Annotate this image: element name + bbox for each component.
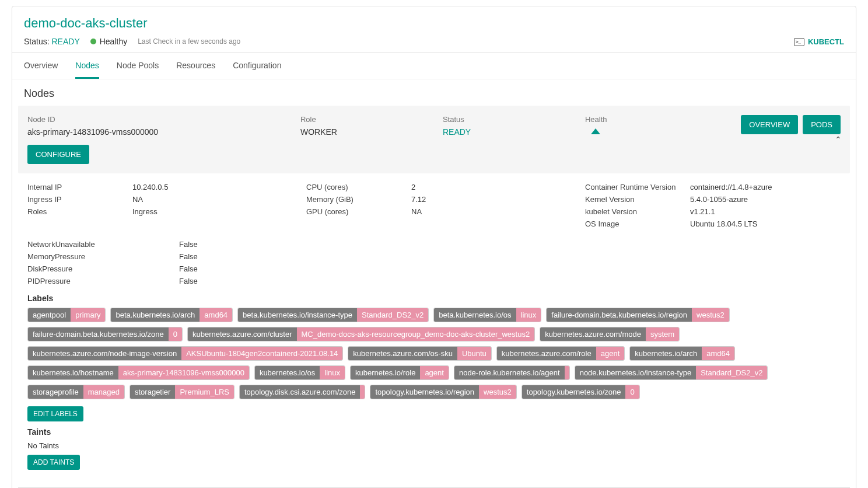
configure-button[interactable]: CONFIGURE — [27, 145, 89, 164]
label-key: storagetier — [130, 385, 175, 399]
label-value — [360, 385, 365, 399]
label-value: westus2 — [692, 308, 729, 322]
label-chip: kubernetes.io/hostnameaks-primary-148310… — [27, 365, 250, 380]
label-key: topology.kubernetes.io/region — [370, 385, 479, 399]
label-value: Ubuntu — [457, 347, 491, 360]
tab-node-pools[interactable]: Node Pools — [117, 53, 159, 79]
condition-row: NetworkUnavailableFalse — [27, 240, 841, 249]
label-chip: failure-domain.beta.kubernetes.io/zone0 — [27, 327, 183, 341]
label-key: kubernetes.io/hostname — [28, 366, 118, 379]
node-health-label: Health — [585, 115, 607, 124]
label-key: node.kubernetes.io/instance-type — [575, 366, 696, 379]
label-value: Standard_DS2_v2 — [357, 308, 428, 322]
detail-key: Container Runtime Version — [585, 183, 690, 191]
label-value: system — [646, 327, 679, 341]
section-title: Nodes — [12, 79, 856, 106]
label-key: kubernetes.azure.com/role — [497, 347, 596, 360]
detail-value: 5.4.0-1055-azure — [690, 195, 748, 204]
label-key: beta.kubernetes.io/os — [434, 308, 516, 322]
label-chip: beta.kubernetes.io/instance-typeStandard… — [237, 308, 429, 322]
label-value: agent — [596, 347, 625, 360]
detail-key: Kernel Version — [585, 195, 690, 204]
detail-value: v1.21.1 — [690, 207, 715, 216]
overview-button[interactable]: OVERVIEW — [741, 115, 798, 134]
detail-row: CPU (cores)2 — [306, 183, 562, 191]
label-chip: topology.disk.csi.azure.com/zone — [239, 385, 366, 399]
node-role-value: WORKER — [300, 127, 431, 137]
labels-heading: Labels — [27, 294, 841, 303]
last-check-text: Last Check in a few seconds ago — [138, 37, 240, 46]
node-status-value: READY — [443, 127, 573, 137]
tab-overview[interactable]: Overview — [24, 53, 58, 79]
detail-row: Internal IP10.240.0.5 — [27, 183, 283, 191]
detail-value: Ubuntu 18.04.5 LTS — [690, 219, 757, 228]
add-taints-button[interactable]: ADD TAINTS — [27, 455, 80, 470]
condition-value: False — [179, 240, 198, 249]
label-value: MC_demo-docs-aks-resourcegroup_demo-doc-… — [297, 327, 535, 341]
tab-resources[interactable]: Resources — [176, 53, 215, 79]
cluster-name: demo-doc-aks-cluster — [24, 16, 240, 31]
condition-value: False — [179, 277, 198, 285]
label-value: 0 — [169, 327, 182, 341]
label-chip: node-role.kubernetes.io/agent — [454, 365, 570, 380]
detail-key: Internal IP — [27, 183, 132, 191]
tabs: Overview Nodes Node Pools Resources Conf… — [12, 53, 856, 79]
label-key: kubernetes.io/role — [351, 366, 420, 379]
detail-row: Container Runtime Versioncontainerd://1.… — [585, 183, 841, 191]
node-status-label: Status — [443, 115, 573, 124]
detail-key: OS Image — [585, 219, 690, 228]
label-value: Premium_LRS — [175, 385, 234, 399]
condition-row: MemoryPressureFalse — [27, 252, 841, 261]
detail-value: Ingress — [132, 207, 158, 216]
label-value: Standard_DS2_v2 — [696, 366, 767, 379]
detail-row: GPU (cores)NA — [306, 207, 562, 216]
tab-configuration[interactable]: Configuration — [233, 53, 281, 79]
detail-value: NA — [411, 207, 422, 216]
label-chip: topology.kubernetes.io/zone0 — [522, 385, 640, 399]
label-chip: node.kubernetes.io/instance-typeStandard… — [575, 365, 768, 380]
label-chip: kubernetes.azure.com/modesystem — [540, 327, 680, 341]
label-value: linux — [320, 366, 345, 379]
status-label: Status: — [24, 37, 50, 46]
status-value: READY — [51, 37, 79, 46]
label-chip: topology.kubernetes.io/regionwestus2 — [370, 385, 516, 399]
label-value: primary — [71, 308, 105, 322]
label-value: managed — [83, 385, 124, 399]
collapse-icon[interactable]: ⌃ — [835, 135, 842, 144]
label-key: kubernetes.io/os — [255, 366, 320, 379]
node-role-label: Role — [300, 115, 431, 124]
label-value: amd64 — [702, 347, 734, 360]
detail-value: 2 — [411, 183, 415, 191]
label-chip: beta.kubernetes.io/archamd64 — [110, 308, 233, 322]
condition-key: DiskPressure — [27, 264, 179, 273]
detail-row: Ingress IPNA — [27, 195, 283, 204]
label-chip: kubernetes.azure.com/roleagent — [496, 346, 625, 361]
health-dot-icon — [90, 39, 96, 44]
label-value: agent — [420, 366, 449, 379]
tab-nodes[interactable]: Nodes — [75, 53, 99, 79]
node-details: Internal IP10.240.0.5Ingress IPNARolesIn… — [12, 173, 856, 479]
label-chip: storageprofilemanaged — [27, 385, 125, 399]
label-chip: failure-domain.beta.kubernetes.io/region… — [546, 308, 729, 322]
detail-key: Ingress IP — [27, 195, 132, 204]
edit-labels-button[interactable]: EDIT LABELS — [27, 406, 83, 421]
detail-key: GPU (cores) — [306, 207, 411, 216]
label-key: storageprofile — [28, 385, 83, 399]
label-value: westus2 — [479, 385, 516, 399]
label-key: kubernetes.azure.com/os-sku — [348, 347, 457, 360]
health-triangle-icon — [591, 128, 600, 134]
pods-button[interactable]: PODS — [803, 115, 841, 134]
label-key: node-role.kubernetes.io/agent — [454, 366, 565, 379]
terminal-icon: >_ — [794, 38, 804, 46]
node-card: Node ID aks-primary-14831096-vmss000000 … — [18, 106, 850, 173]
kubectl-button[interactable]: >_ KUBECTL — [794, 37, 844, 46]
node-id-label: Node ID — [27, 115, 289, 124]
label-key: beta.kubernetes.io/instance-type — [238, 308, 357, 322]
detail-key: CPU (cores) — [306, 183, 411, 191]
label-chip: beta.kubernetes.io/oslinux — [433, 308, 541, 322]
label-key: kubernetes.io/arch — [630, 347, 702, 360]
condition-key: NetworkUnavailable — [27, 240, 179, 249]
label-chip: kubernetes.azure.com/clusterMC_demo-docs… — [187, 327, 535, 341]
label-key: beta.kubernetes.io/arch — [111, 308, 200, 322]
label-value: 0 — [625, 385, 639, 399]
